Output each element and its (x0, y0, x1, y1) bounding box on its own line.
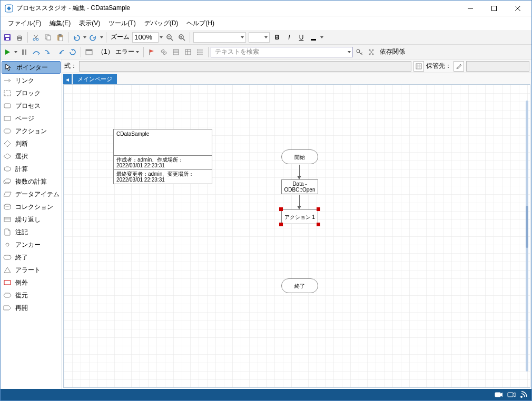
menu-file[interactable]: ファイル(F) (4, 16, 45, 30)
canvas-scrollbar[interactable] (526, 101, 528, 372)
storage-input[interactable] (466, 61, 529, 72)
scrollbar-thumb[interactable] (526, 206, 528, 248)
palette-link[interactable]: リンク (1, 74, 62, 87)
element-list-button[interactable] (194, 46, 206, 58)
reset-button[interactable] (67, 46, 78, 58)
menu-tools[interactable]: ツール(T) (104, 16, 140, 30)
title-bar: プロセススタジオ - 編集 - CDataSample (1, 1, 531, 16)
palette-end[interactable]: 終了 (1, 251, 62, 264)
selection-handle[interactable] (279, 207, 283, 211)
cut-button[interactable] (30, 31, 42, 44)
paste-button[interactable] (54, 31, 66, 44)
status-icon-1[interactable] (495, 391, 503, 398)
maximize-button[interactable] (482, 1, 506, 16)
window-title: プロセススタジオ - 編集 - CDataSample (16, 4, 458, 13)
find-button[interactable] (353, 46, 365, 58)
palette-action[interactable]: アクション (1, 125, 62, 137)
print-button[interactable] (14, 31, 25, 44)
stage-start[interactable]: 開始 (281, 149, 318, 164)
redo-button[interactable] (87, 31, 99, 44)
expression-builder-button[interactable] (413, 61, 424, 72)
selection-handle[interactable] (317, 207, 320, 211)
errors-label: エラー (115, 47, 134, 56)
step-out-button[interactable] (55, 46, 66, 58)
palette-recover[interactable]: 復元 (1, 289, 62, 302)
palette-block[interactable]: ブロック (1, 87, 62, 99)
run-dropdown[interactable] (14, 46, 18, 58)
breakpoint-panel-button[interactable] (83, 46, 95, 58)
palette-anchor[interactable]: アンカー (1, 238, 62, 251)
menu-help[interactable]: ヘルプ(H) (182, 16, 219, 30)
arrowhead-icon (297, 176, 301, 179)
close-button[interactable] (506, 1, 529, 16)
palette-calc[interactable]: 計算 (1, 163, 62, 175)
zoom-dropdown[interactable] (159, 31, 163, 44)
design-canvas[interactable]: CDataSample 作成者：admin、作成場所：2022/03/01 22… (63, 84, 530, 388)
palette-process[interactable]: プロセス (1, 99, 62, 112)
palette-note[interactable]: 注記 (1, 226, 62, 238)
font-color-dropdown[interactable] (320, 31, 324, 44)
stage-action-1[interactable]: アクション 1 (281, 209, 318, 224)
dependency-icon[interactable] (366, 46, 377, 58)
underline-button[interactable]: U (295, 31, 307, 44)
menu-view[interactable]: 表示(V) (75, 16, 104, 30)
copy-button[interactable] (42, 31, 54, 44)
bold-button[interactable]: B (271, 31, 283, 44)
zoom-out-button[interactable] (164, 31, 175, 44)
svg-rect-56 (4, 280, 11, 285)
menu-edit[interactable]: 編集(E) (45, 16, 75, 30)
palette-collection[interactable]: コレクション (1, 200, 62, 213)
palette-choice[interactable]: 選択 (1, 150, 62, 163)
zoom-in-button[interactable] (176, 31, 188, 44)
find-ref-button[interactable] (170, 46, 182, 58)
dependency-label[interactable]: 依存関係 (378, 47, 407, 56)
toolbar-debug: （1） エラー テキストを検索 依存関係 (1, 45, 531, 59)
flag-button[interactable] (146, 46, 157, 58)
font-size-select[interactable] (249, 32, 270, 43)
undo-dropdown[interactable] (83, 31, 87, 44)
palette-exception[interactable]: 例外 (1, 276, 62, 289)
status-icon-2[interactable] (507, 391, 516, 398)
selection-handle[interactable] (279, 223, 283, 226)
selection-handle[interactable] (317, 223, 320, 226)
step-into-button[interactable] (43, 46, 54, 58)
palette-page[interactable]: ページ (1, 112, 62, 125)
tab-nav-prev[interactable]: ◂ (63, 74, 72, 84)
menu-bar: ファイル(F) 編集(E) 表示(V) ツール(T) デバッグ(D) ヘルプ(H… (1, 16, 531, 30)
font-color-button[interactable] (308, 31, 319, 44)
svg-rect-29 (25, 49, 26, 55)
palette-resume[interactable]: 再開 (1, 302, 62, 314)
process-info-box[interactable]: CDataSample 作成者：admin、作成場所：2022/03/01 22… (113, 129, 212, 184)
minimize-button[interactable] (458, 1, 482, 16)
menu-debug[interactable]: デバッグ(D) (140, 16, 183, 30)
palette-alert[interactable]: アラート (1, 264, 62, 276)
link-tool-button[interactable] (158, 46, 170, 58)
expression-input[interactable] (79, 61, 411, 72)
palette-loop[interactable]: 繰り返し (1, 213, 62, 226)
search-input[interactable]: テキストを検索 (211, 47, 353, 57)
font-family-select[interactable] (193, 32, 246, 43)
data-items-button[interactable] (182, 46, 194, 58)
italic-button[interactable]: I (283, 31, 295, 44)
dataitem-icon (3, 190, 12, 198)
palette-dataitem[interactable]: データアイテム (1, 188, 62, 200)
pause-button[interactable] (18, 46, 30, 58)
tab-main-page[interactable]: メインページ (73, 74, 117, 84)
status-icon-3[interactable] (520, 391, 528, 398)
svg-rect-10 (18, 38, 21, 41)
connector[interactable] (299, 165, 300, 177)
save-button[interactable] (2, 31, 13, 44)
undo-button[interactable] (71, 31, 82, 44)
palette-pointer[interactable]: ポインター (2, 61, 61, 74)
errors-indicator[interactable]: （1） エラー (95, 47, 141, 56)
palette-multicalc[interactable]: 複数の計算 (1, 175, 62, 188)
storage-picker-button[interactable] (454, 61, 464, 72)
stage-data-odbc-open[interactable]: Data - ODBC::Open (281, 179, 318, 194)
run-button[interactable] (2, 46, 13, 58)
step-over-button[interactable] (31, 46, 42, 58)
zoom-input[interactable] (132, 32, 159, 43)
connector[interactable] (299, 195, 300, 207)
palette-decision[interactable]: 判断 (1, 137, 62, 150)
stage-end[interactable]: 終了 (281, 278, 318, 293)
redo-dropdown[interactable] (100, 31, 104, 44)
